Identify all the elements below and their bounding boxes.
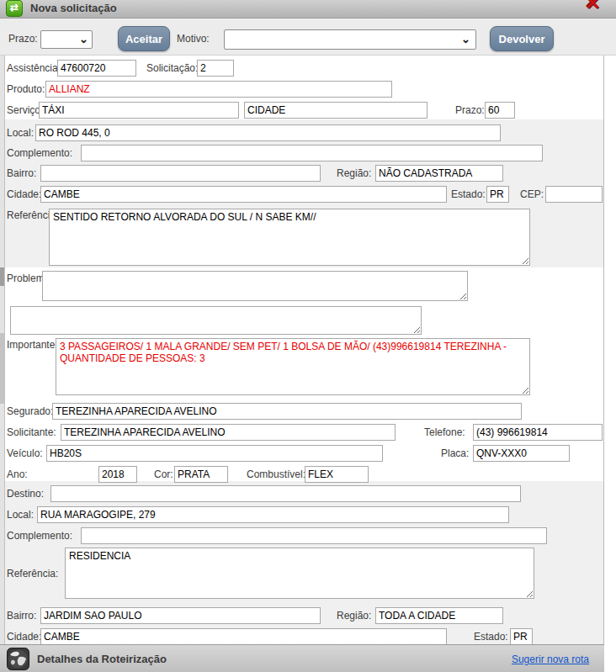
destino-referencia-label: Referência:	[7, 565, 58, 582]
cidade-label: Cidade:	[7, 186, 41, 203]
servico-abrangencia-field[interactable]	[244, 102, 427, 119]
solicitante-field[interactable]	[61, 424, 396, 441]
problema-textarea[interactable]	[42, 271, 468, 301]
servico-label: Serviço:	[7, 102, 43, 119]
nova-solicitacao-dialog: ⇄ Nova solicitação ✕ Prazo: ⌄ Aceitar Mo…	[0, 0, 616, 672]
veiculo-field[interactable]	[46, 445, 383, 462]
prazo-field[interactable]	[485, 102, 515, 119]
bairro-field[interactable]	[40, 165, 321, 182]
destino-regiao-field[interactable]	[375, 607, 503, 624]
referencias-textarea[interactable]: SENTIDO RETORNO ALVORADA DO SUL / N SABE…	[49, 209, 530, 266]
transfer-icon: ⇄	[6, 0, 23, 17]
local-label: Local:	[7, 124, 34, 141]
prazo-label: Prazo:	[455, 102, 485, 119]
segurado-label: Segurado:	[7, 403, 53, 420]
roteirizacao-footer: Detalhes da Roteirização Sugerir nova ro…	[0, 644, 604, 672]
destino-bairro-label: Bairro:	[7, 607, 36, 624]
destino-estado-label: Estado:	[474, 628, 508, 645]
destino-complemento-label: Complemento:	[7, 527, 72, 544]
destino-local-field[interactable]	[37, 506, 509, 523]
regiao-label: Região:	[337, 165, 371, 182]
aceitar-button[interactable]: Aceitar	[118, 26, 170, 51]
dialog-title: Nova solicitação	[30, 2, 117, 14]
estado-field[interactable]	[486, 186, 509, 203]
destino-cidade-label: Cidade:	[7, 628, 41, 645]
destino-bairro-field[interactable]	[40, 607, 321, 624]
assistencia-field[interactable]	[57, 60, 136, 77]
destino-referencia-textarea[interactable]: RESIDENCIA	[65, 548, 534, 599]
sugerir-nova-rota-link[interactable]: Sugerir nova rota	[512, 653, 589, 665]
devolver-button[interactable]: Devolver	[490, 26, 554, 51]
prazo-select[interactable]	[40, 30, 93, 49]
close-icon[interactable]: ✕	[585, 0, 600, 14]
regiao-field[interactable]	[375, 165, 503, 182]
cep-field[interactable]	[545, 186, 603, 203]
segurado-field[interactable]	[52, 403, 522, 420]
destino-cidade-field[interactable]	[40, 628, 447, 645]
veiculo-label: Veículo:	[7, 445, 43, 462]
destino-complemento-field[interactable]	[81, 527, 547, 544]
globe-icon	[7, 648, 29, 670]
combustivel-field[interactable]	[305, 466, 369, 483]
complemento-label: Complemento:	[7, 145, 72, 161]
cor-label: Cor:	[154, 466, 173, 483]
prazo-toolbar-label: Prazo:	[8, 33, 38, 45]
complemento-field[interactable]	[81, 145, 543, 161]
observacao-textarea[interactable]	[10, 306, 422, 335]
combustivel-label: Combustível:	[247, 466, 305, 483]
placa-field[interactable]	[473, 445, 570, 462]
solicitacao-field[interactable]	[197, 60, 234, 77]
solicitacao-label: Solicitação:	[146, 60, 198, 77]
assistencia-label: Assistência:	[7, 60, 61, 77]
estado-label: Estado:	[451, 186, 486, 203]
importante-textarea[interactable]: 3 PASSAGEIROS/ 1 MALA GRANDE/ SEM PET/ 1…	[56, 338, 530, 395]
servico-tipo-field[interactable]	[39, 102, 239, 119]
footer-title: Detalhes da Roteirização	[37, 653, 167, 665]
cidade-field[interactable]	[40, 186, 447, 203]
title-bar: ⇄ Nova solicitação ✕	[0, 0, 616, 19]
placa-label: Placa:	[441, 445, 469, 462]
telefone-label: Telefone:	[424, 424, 465, 441]
produto-field[interactable]	[45, 81, 392, 98]
motivo-toolbar-label: Motivo:	[177, 33, 210, 45]
destino-label: Destino:	[7, 485, 44, 502]
ano-field[interactable]	[98, 466, 137, 483]
cep-label: CEP:	[520, 186, 544, 203]
motivo-select[interactable]	[224, 29, 476, 50]
destino-local-label: Local:	[7, 506, 34, 523]
bairro-label: Bairro:	[7, 165, 36, 182]
ano-label: Ano:	[7, 466, 28, 483]
destino-estado-field[interactable]	[510, 628, 533, 645]
panel-right-border	[603, 56, 604, 644]
solicitante-label: Solicitante:	[7, 424, 56, 441]
local-field[interactable]	[35, 124, 501, 141]
destino-field[interactable]	[50, 485, 521, 502]
produto-label: Produto:	[7, 81, 45, 98]
cor-field[interactable]	[174, 466, 228, 483]
importante-label: Importante:	[7, 336, 58, 353]
telefone-field[interactable]	[473, 424, 603, 441]
destino-regiao-label: Região:	[337, 607, 371, 624]
